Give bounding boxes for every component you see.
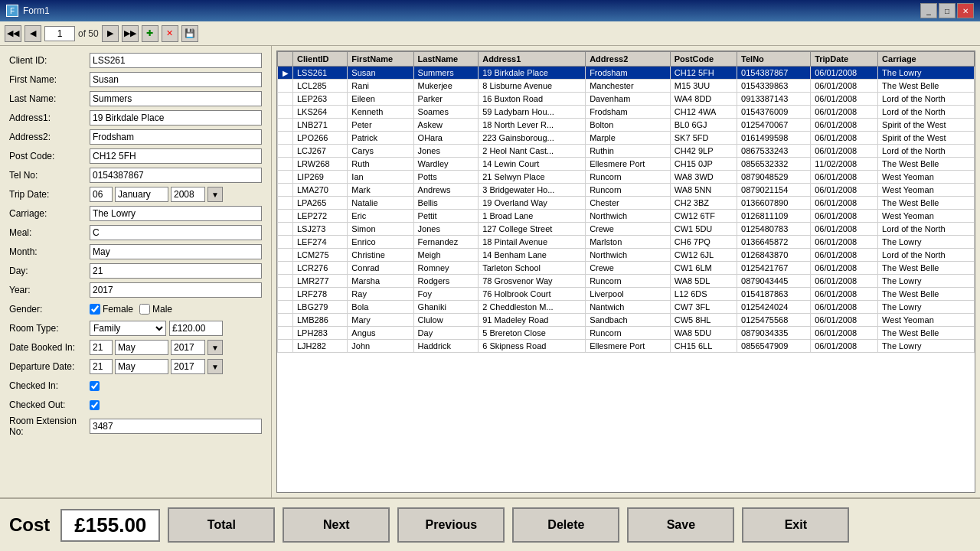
save-toolbar-button[interactable]: 💾: [181, 25, 198, 42]
col-carriage[interactable]: Carriage: [878, 52, 975, 67]
table-row[interactable]: LMA270 Mark Andrews 3 Bridgewater Ho... …: [278, 184, 975, 197]
table-row[interactable]: ▶ LSS261 Susan Summers 19 Birkdale Place…: [278, 67, 975, 80]
delete-toolbar-button[interactable]: ✕: [162, 25, 178, 42]
year-input[interactable]: [90, 282, 262, 298]
address2-input[interactable]: [90, 129, 262, 145]
col-postcode[interactable]: PostCode: [670, 52, 737, 67]
last-name-input[interactable]: [90, 91, 262, 106]
next-record-button[interactable]: ▶: [102, 25, 119, 42]
table-row[interactable]: LMB286 Mary Clulow 91 Madeley Road Sandb…: [278, 314, 975, 327]
male-label: Male: [152, 304, 172, 315]
cell-carriage: West Yeoman: [878, 210, 975, 223]
col-address1[interactable]: Address1: [479, 52, 586, 67]
first-record-button[interactable]: ◀◀: [5, 25, 21, 42]
checked-out-row: Checked Out:: [9, 396, 262, 413]
table-row[interactable]: LRF278 Ray Foy 76 Holbrook Court Liverpo…: [278, 288, 975, 301]
departure-year-input[interactable]: [171, 359, 205, 374]
table-row[interactable]: LMR277 Marsha Rodgers 78 Grosvenor Way R…: [278, 275, 975, 288]
day-input[interactable]: [90, 263, 262, 279]
last-record-button[interactable]: ▶▶: [122, 25, 139, 42]
close-button[interactable]: ✕: [957, 3, 974, 18]
booked-year-input[interactable]: [171, 340, 205, 355]
data-table-container[interactable]: ClientID FirstName LastName Address1 Add…: [276, 51, 975, 493]
cell-lastname: Parker: [413, 93, 479, 106]
checked-in-checkbox[interactable]: [90, 381, 100, 391]
col-telno[interactable]: TelNo: [737, 52, 811, 67]
cell-address2: Frodsham: [586, 67, 671, 80]
table-row[interactable]: LCM275 Christine Meigh 14 Benham Lane No…: [278, 249, 975, 262]
table-row[interactable]: LEP272 Eric Pettit 1 Broad Lane Northwic…: [278, 210, 975, 223]
table-row[interactable]: LPH283 Angus Day 5 Brereton Close Runcor…: [278, 327, 975, 340]
add-record-button[interactable]: ✚: [142, 25, 158, 42]
row-indicator: [278, 184, 293, 197]
month-input[interactable]: [90, 244, 262, 259]
booked-calendar-button[interactable]: ▼: [207, 340, 223, 355]
table-row[interactable]: LIP269 Ian Potts 21 Selwyn Place Runcorn…: [278, 171, 975, 184]
month-row: Month:: [9, 243, 262, 260]
table-row[interactable]: LNB271 Peter Askew 18 North Lever R... B…: [278, 119, 975, 132]
table-row[interactable]: LRW268 Ruth Wardley 14 Lewin Court Elles…: [278, 158, 975, 171]
trip-date-month-input[interactable]: [115, 187, 168, 202]
previous-button[interactable]: Previous: [397, 507, 505, 543]
room-type-inputs: Family Single Double Twin: [90, 321, 262, 336]
first-name-input[interactable]: [90, 72, 262, 87]
prev-record-button[interactable]: ◀: [24, 25, 41, 42]
address1-input[interactable]: [90, 110, 262, 126]
cost-value: £155.00: [60, 509, 160, 542]
booked-day-input[interactable]: [90, 340, 113, 355]
trip-date-year-input[interactable]: [171, 187, 205, 202]
date-booked-label: Date Booked In:: [9, 342, 90, 353]
col-address2[interactable]: Address2: [586, 52, 671, 67]
table-row[interactable]: LSJ273 Simon Jones 127 College Street Cr…: [278, 223, 975, 236]
table-row[interactable]: LCR276 Conrad Romney Tarleton School Cre…: [278, 262, 975, 275]
table-row[interactable]: LEP263 Eileen Parker 16 Buxton Road Dave…: [278, 93, 975, 106]
room-price-input[interactable]: [169, 321, 223, 336]
table-row[interactable]: LKS264 Kenneth Soames 59 Ladybarn Hou...…: [278, 106, 975, 119]
meal-input[interactable]: [90, 225, 262, 240]
table-row[interactable]: LPA265 Natalie Bellis 19 Overland Way Ch…: [278, 197, 975, 210]
departure-calendar-button[interactable]: ▼: [207, 359, 223, 374]
room-ext-input[interactable]: [90, 419, 262, 434]
carriage-input[interactable]: [90, 206, 262, 221]
save-button[interactable]: Save: [627, 507, 734, 543]
table-row[interactable]: LJH282 John Haddrick 6 Skipness Road Ell…: [278, 340, 975, 353]
female-checkbox-label[interactable]: Female: [90, 304, 133, 315]
col-lastname[interactable]: LastName: [413, 52, 479, 67]
delete-button[interactable]: Delete: [512, 507, 619, 543]
booked-month-input[interactable]: [115, 340, 168, 355]
table-row[interactable]: LPO266 Patrick OHara 223 Gainsboroug... …: [278, 132, 975, 145]
exit-button[interactable]: Exit: [742, 507, 849, 543]
col-tripdate[interactable]: TripDate: [811, 52, 878, 67]
cell-carriage: West Yeoman: [878, 184, 975, 197]
trip-date-calendar-button[interactable]: ▼: [207, 187, 223, 202]
table-row[interactable]: LCJ267 Carys Jones 2 Heol Nant Cast... R…: [278, 145, 975, 158]
next-button[interactable]: Next: [283, 507, 390, 543]
male-checkbox-label[interactable]: Male: [139, 304, 172, 315]
checked-out-checkbox[interactable]: [90, 400, 100, 410]
meal-label: Meal:: [9, 227, 90, 238]
departure-day-input[interactable]: [90, 359, 113, 374]
trip-date-day-input[interactable]: [90, 187, 113, 202]
cell-firstname: Eileen: [348, 93, 413, 106]
table-row[interactable]: LCL285 Rani Mukerjee 8 Lisburne Avenue M…: [278, 80, 975, 93]
table-row[interactable]: LBG279 Bola Ghaniki 2 Cheddleston M... N…: [278, 301, 975, 314]
col-firstname[interactable]: FirstName: [348, 52, 413, 67]
female-checkbox[interactable]: [90, 304, 100, 315]
postcode-input[interactable]: [90, 148, 262, 164]
room-type-select[interactable]: Family Single Double Twin: [90, 321, 166, 336]
left-panel: Client ID: First Name: Last Name: Addres…: [0, 46, 272, 497]
restore-button[interactable]: □: [939, 3, 956, 18]
record-number-input[interactable]: 1: [44, 26, 75, 41]
departure-month-input[interactable]: [115, 359, 168, 374]
minimize-button[interactable]: _: [920, 3, 937, 18]
total-button[interactable]: Total: [168, 507, 275, 543]
cell-lastname: Romney: [413, 262, 479, 275]
tel-input[interactable]: [90, 168, 262, 183]
cell-address2: Ellesmere Port: [586, 158, 671, 171]
cost-label: Cost: [9, 514, 50, 536]
col-clientid[interactable]: ClientID: [293, 52, 348, 67]
client-id-input[interactable]: [90, 53, 262, 68]
male-checkbox[interactable]: [139, 304, 150, 315]
cell-tripdate: 06/01/2008: [811, 106, 878, 119]
table-row[interactable]: LEF274 Enrico Fernandez 18 Pintail Avenu…: [278, 236, 975, 249]
